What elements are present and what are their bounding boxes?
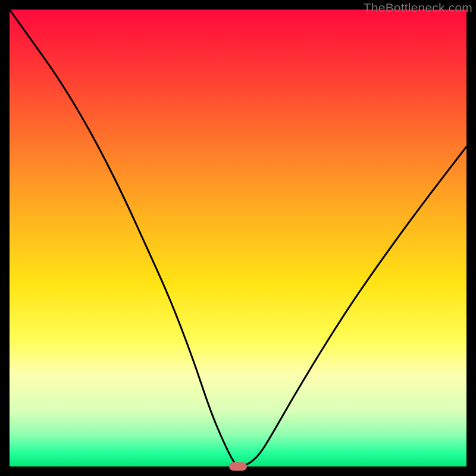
- optimum-marker: [229, 462, 247, 471]
- plot-area: [10, 10, 466, 466]
- watermark-text: TheBottleneck.com: [364, 1, 472, 15]
- chart-frame: TheBottleneck.com: [0, 0, 476, 476]
- bottleneck-curve: [10, 10, 466, 466]
- curve-path: [10, 10, 466, 466]
